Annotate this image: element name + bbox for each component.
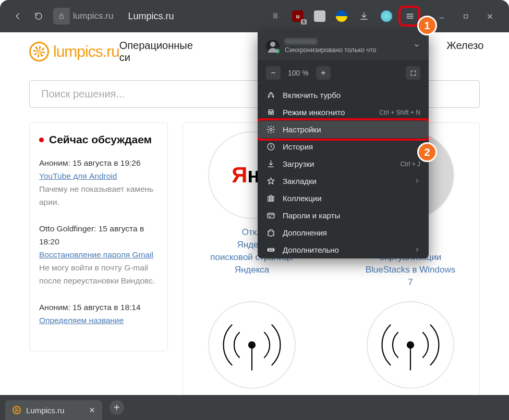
menu-item-puzzle[interactable]: Дополнения bbox=[258, 224, 429, 241]
comment-item: Otto Goldfinger: 15 августа в 18:20Восст… bbox=[39, 222, 158, 287]
new-tab-button[interactable]: + bbox=[110, 400, 124, 415]
nav-item-hardware[interactable]: Железо bbox=[446, 40, 483, 64]
svg-point-4 bbox=[270, 128, 272, 130]
close-button[interactable] bbox=[478, 4, 502, 28]
sync-status: Синхронизировано только что bbox=[285, 46, 377, 54]
zoom-in-button[interactable]: + bbox=[316, 66, 331, 80]
site-logo[interactable]: lumpics.ru bbox=[29, 42, 119, 61]
downloads-icon[interactable] bbox=[358, 10, 370, 22]
lock-icon bbox=[53, 8, 70, 24]
menu-item-label: Дополнения bbox=[283, 228, 327, 237]
browser-menu: Синхронизировано только что − 100 % + Вк… bbox=[258, 32, 429, 258]
menu-item-label: Дополнительно bbox=[283, 245, 339, 254]
zoom-value: 100 % bbox=[286, 69, 311, 77]
page-title: Lumpics.ru bbox=[128, 11, 174, 22]
comment-body: Не могу войти в почту G-mail после переу… bbox=[39, 261, 158, 287]
menu-item-rocket[interactable]: Включить турбо bbox=[258, 87, 429, 104]
lastfm-icon[interactable] bbox=[314, 10, 325, 22]
zoom-out-button[interactable]: − bbox=[266, 66, 281, 80]
ublock-icon[interactable]: u5 bbox=[292, 10, 304, 22]
menu-item-label: Включить турбо bbox=[283, 91, 341, 100]
discussion-widget: Сейчас обсуждаем Аноним: 15 августа в 19… bbox=[29, 122, 168, 351]
clock-icon bbox=[266, 142, 275, 151]
star-icon bbox=[266, 177, 275, 186]
puzzle-icon bbox=[266, 228, 275, 237]
address-bar[interactable]: lumpics.ru Lumpics.ru bbox=[53, 8, 174, 24]
incognito-icon bbox=[266, 108, 275, 117]
chevron-right-icon bbox=[414, 177, 420, 186]
alice-icon[interactable] bbox=[381, 10, 392, 22]
callout-badge-2: 2 bbox=[417, 142, 437, 162]
menu-item-label: Режим инкогнито bbox=[283, 108, 345, 117]
shortcut-label: Ctrl + J bbox=[401, 160, 420, 168]
site-header: lumpics.ru Операционные си ы Железо bbox=[0, 32, 509, 71]
menu-item-label: Настройки bbox=[283, 125, 321, 134]
menu-item-more[interactable]: Дополнительно bbox=[258, 241, 429, 258]
comment-item: Аноним: 15 августа в 19:26YouTube для An… bbox=[39, 156, 158, 208]
comment-body: Пачему не показывает камень арии. bbox=[39, 182, 158, 208]
reload-button[interactable] bbox=[29, 7, 48, 26]
svg-point-9 bbox=[272, 249, 273, 250]
widget-title: Сейчас обсуждаем bbox=[39, 133, 158, 146]
back-button[interactable] bbox=[8, 7, 27, 26]
comment-link[interactable]: YouTube для Android bbox=[39, 169, 158, 182]
menu-item-card[interactable]: Пароли и карты bbox=[258, 207, 429, 224]
menu-item-incognito[interactable]: Режим инкогнитоCtrl + Shift + N bbox=[258, 104, 429, 121]
account-name-blurred bbox=[285, 39, 317, 44]
more-icon bbox=[266, 245, 275, 254]
menu-item-star[interactable]: Закладки bbox=[258, 172, 429, 190]
tab-bar: Lumpics.ru × + bbox=[0, 395, 509, 420]
comment-meta: Otto Goldfinger: 15 августа в 18:20 bbox=[39, 222, 158, 248]
menu-item-label: История bbox=[283, 142, 313, 151]
browser-tab[interactable]: Lumpics.ru × bbox=[5, 400, 102, 420]
nav-item-os[interactable]: Операционные си bbox=[119, 40, 193, 64]
tab-close-button[interactable]: × bbox=[89, 405, 95, 416]
callout-badge-1: 1 bbox=[417, 16, 437, 35]
account-header[interactable]: Синхронизировано только что bbox=[258, 32, 429, 60]
page-content: lumpics.ru Операционные си ы Железо Поис… bbox=[0, 32, 509, 395]
logo-text: lumpics.ru bbox=[53, 43, 119, 60]
svg-rect-1 bbox=[464, 15, 468, 18]
menu-item-label: Закладки bbox=[283, 177, 317, 186]
comment-link[interactable]: Определяем название bbox=[39, 314, 158, 327]
menu-item-label: Загрузки bbox=[283, 159, 314, 168]
ukraine-flag-icon[interactable] bbox=[336, 10, 347, 22]
tab-label: Lumpics.ru bbox=[26, 406, 64, 415]
svg-rect-0 bbox=[60, 16, 64, 18]
avatar-icon bbox=[266, 40, 280, 53]
fullscreen-button[interactable] bbox=[406, 66, 420, 80]
comment-item: Аноним: 15 августа в 18:14Определяем наз… bbox=[39, 301, 158, 327]
url-domain: lumpics.ru bbox=[73, 11, 113, 21]
gear-icon bbox=[266, 125, 275, 134]
svg-rect-6 bbox=[268, 213, 274, 218]
logo-icon bbox=[29, 42, 49, 61]
menu-item-download[interactable]: ЗагрузкиCtrl + J bbox=[258, 155, 429, 172]
rocket-icon bbox=[266, 91, 275, 100]
comment-meta: Аноним: 15 августа в 18:14 bbox=[39, 301, 158, 314]
svg-point-8 bbox=[270, 249, 271, 250]
bookmark-icon[interactable] bbox=[269, 10, 282, 22]
menu-item-collection[interactable]: Коллекции bbox=[258, 190, 429, 207]
download-icon bbox=[266, 159, 275, 168]
zoom-controls: − 100 % + bbox=[258, 60, 429, 87]
comment-link[interactable]: Восстановление пароля Gmail bbox=[39, 248, 158, 261]
comment-meta: Аноним: 15 августа в 19:26 bbox=[39, 156, 158, 169]
article-card[interactable] bbox=[347, 301, 474, 395]
maximize-button[interactable] bbox=[454, 4, 478, 28]
card-icon bbox=[266, 211, 275, 220]
menu-item-label: Пароли и карты bbox=[283, 211, 340, 220]
chevron-down-icon bbox=[413, 42, 420, 51]
shortcut-label: Ctrl + Shift + N bbox=[379, 109, 420, 116]
menu-item-gear[interactable]: Настройки bbox=[258, 121, 429, 138]
collection-icon bbox=[266, 194, 275, 203]
svg-point-7 bbox=[268, 249, 269, 250]
menu-item-label: Коллекции bbox=[283, 194, 322, 203]
article-card[interactable] bbox=[188, 301, 316, 395]
chevron-right-icon bbox=[414, 245, 420, 254]
menu-item-clock[interactable]: История bbox=[258, 138, 429, 155]
tab-favicon bbox=[13, 406, 21, 414]
